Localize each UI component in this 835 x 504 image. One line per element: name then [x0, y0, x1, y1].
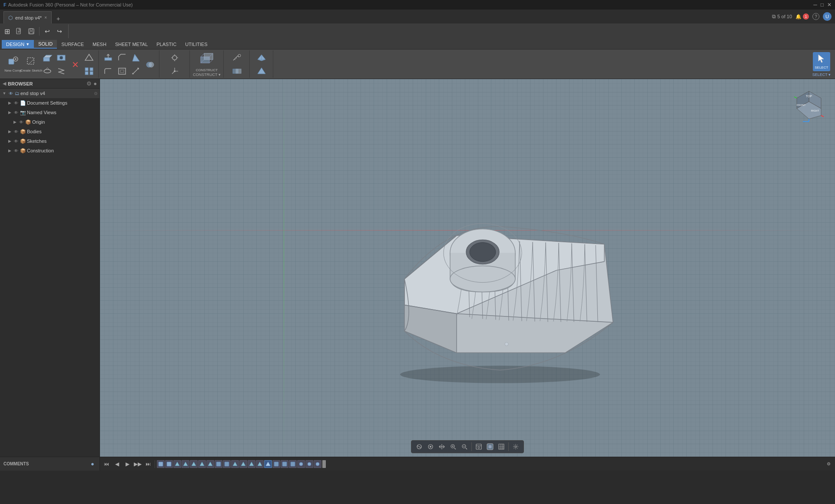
tree-origin-item[interactable]: ▶ 👁 📦 Origin	[0, 117, 99, 127]
draft-button[interactable]	[129, 51, 142, 64]
ribbon-tab-utilities[interactable]: UTILITIES	[181, 40, 212, 49]
maximize-button[interactable]: □	[821, 2, 824, 8]
profile-button[interactable]: U	[823, 12, 832, 21]
joint-origin-button[interactable]	[168, 65, 181, 78]
timeline-item-7[interactable]	[206, 460, 214, 468]
display-settings-button[interactable]	[474, 441, 484, 452]
tree-eye-sketches[interactable]: 👁	[14, 139, 18, 144]
help-button[interactable]: ?	[812, 13, 819, 20]
play-start-button[interactable]: ⏮	[102, 459, 111, 469]
play-button[interactable]: ▶	[123, 459, 132, 469]
timeline-item-20[interactable]	[314, 460, 321, 468]
timeline-item-2[interactable]	[165, 460, 173, 468]
tree-settings-icon[interactable]: ⚙	[94, 91, 98, 96]
tree-root-item[interactable]: ▼ 👁 🗂 end stop v4 ⚙	[0, 89, 99, 98]
tree-bodies-item[interactable]: ▶ 👁 📦 Bodies	[0, 127, 99, 136]
timeline-item-4[interactable]	[182, 460, 189, 468]
timeline-item-14[interactable]	[264, 460, 272, 468]
close-button[interactable]: ✕	[827, 2, 832, 8]
timeline-item-8[interactable]	[215, 460, 222, 468]
insert-mesh-button[interactable]	[255, 51, 268, 64]
interference-button[interactable]	[230, 65, 243, 78]
play-next-button[interactable]: ▶▶	[133, 459, 142, 469]
ribbon-tab-sheet-metal[interactable]: SHEET METAL	[111, 40, 152, 49]
insert-svg-button[interactable]	[255, 65, 268, 78]
design-menu-button[interactable]: DESIGN ▼	[2, 40, 34, 49]
grid-toggle-button[interactable]	[496, 441, 507, 452]
comments-toggle[interactable]: ●	[89, 461, 96, 468]
look-at-button[interactable]	[425, 441, 436, 452]
timeline-item-1[interactable]	[157, 460, 165, 468]
tree-sketches-item[interactable]: ▶ 👁 📦 Sketches	[0, 136, 99, 146]
play-prev-button[interactable]: ◀	[112, 459, 122, 469]
app-menu-button[interactable]: ⊞	[2, 26, 12, 36]
new-tab-button[interactable]: +	[53, 14, 63, 23]
timeline-item-15[interactable]	[272, 460, 280, 468]
timeline-item-17[interactable]	[289, 460, 297, 468]
chamfer-button[interactable]	[116, 51, 129, 64]
zoom-tool-button[interactable]	[448, 441, 458, 452]
timeline-item-11[interactable]	[239, 460, 247, 468]
timeline-item-9[interactable]	[223, 460, 231, 468]
tree-eye-construction[interactable]: 👁	[14, 148, 18, 153]
viewport[interactable]: TOP FRONT RIGHT	[100, 79, 835, 457]
measure-button[interactable]	[230, 51, 243, 64]
pan-tool-button[interactable]	[437, 441, 447, 452]
revolve-button[interactable]	[41, 65, 54, 78]
press-pull-button[interactable]	[102, 51, 115, 64]
joint-button[interactable]	[168, 51, 181, 64]
combine-button[interactable]	[143, 58, 156, 71]
tree-eye-bodies[interactable]: 👁	[14, 129, 18, 134]
tree-construction-item[interactable]: ▶ 👁 📦 Construction	[0, 146, 99, 155]
new-component-button[interactable]: New Comp	[4, 55, 22, 74]
sketch-button[interactable]: Create Sketch	[23, 55, 40, 74]
minimize-button[interactable]: ─	[813, 2, 817, 8]
timeline-item-16[interactable]	[281, 460, 288, 468]
timeline-item-5[interactable]	[190, 460, 198, 468]
thread-button[interactable]	[55, 65, 68, 78]
save-button[interactable]	[26, 26, 36, 36]
document-tab[interactable]: ⬡ end stop v4* ×	[3, 11, 52, 23]
timeline-item-6[interactable]	[198, 460, 206, 468]
timeline-settings-button[interactable]: ⚙	[824, 459, 833, 469]
timeline-item-13[interactable]	[256, 460, 264, 468]
visual-style-button[interactable]	[485, 441, 495, 452]
offset-plane-button[interactable]: CONSTRUCT	[196, 52, 218, 71]
browser-close-icon[interactable]: ●	[93, 80, 97, 87]
new-file-button[interactable]	[14, 26, 24, 36]
fillet-button[interactable]	[102, 65, 115, 78]
tree-named-views-item[interactable]: ▶ 👁 📷 Named Views	[0, 108, 99, 117]
browser-collapse-icon[interactable]: ◀	[3, 81, 6, 86]
timeline-item-19[interactable]	[305, 460, 313, 468]
shell-button[interactable]	[116, 65, 129, 78]
ribbon-tab-solid[interactable]: SOLID	[34, 40, 57, 49]
boundary-fill-button[interactable]	[83, 51, 96, 64]
delete-button[interactable]: ✕	[69, 58, 82, 71]
timeline-item-3[interactable]	[173, 460, 181, 468]
tab-close-button[interactable]: ×	[44, 15, 47, 20]
timeline-item-12[interactable]	[248, 460, 255, 468]
orbit-tool-button[interactable]	[414, 441, 424, 452]
viewport-settings-button[interactable]	[510, 441, 521, 452]
tree-eye-views[interactable]: 👁	[14, 110, 18, 115]
timeline-item-10[interactable]	[231, 460, 239, 468]
notifications-button[interactable]: 🔔 1	[795, 13, 809, 20]
browser-settings-icon[interactable]: ⚙	[86, 80, 92, 87]
extrude-button[interactable]	[41, 51, 54, 64]
ribbon-tab-mesh[interactable]: MESH	[88, 40, 111, 49]
timeline-item-18[interactable]	[297, 460, 305, 468]
tree-eye-doc[interactable]: 👁	[14, 101, 18, 105]
play-end-button[interactable]: ⏭	[143, 459, 153, 469]
tree-eye-origin[interactable]: 👁	[19, 120, 23, 125]
rectangular-pattern-button[interactable]	[83, 65, 96, 78]
scale-button[interactable]	[129, 65, 142, 78]
redo-button[interactable]: ↪	[54, 26, 65, 36]
undo-button[interactable]: ↩	[42, 26, 53, 36]
hole-button[interactable]	[55, 51, 68, 64]
select-button[interactable]: SELECT	[813, 52, 830, 71]
zoom-to-fit-button[interactable]	[459, 441, 470, 452]
ribbon-tab-plastic[interactable]: PLASTIC	[152, 40, 181, 49]
timeline-end-marker[interactable]	[322, 460, 326, 468]
tree-doc-settings-item[interactable]: ▶ 👁 📄 Document Settings	[0, 98, 99, 108]
tree-eye-root[interactable]: 👁	[9, 91, 13, 96]
